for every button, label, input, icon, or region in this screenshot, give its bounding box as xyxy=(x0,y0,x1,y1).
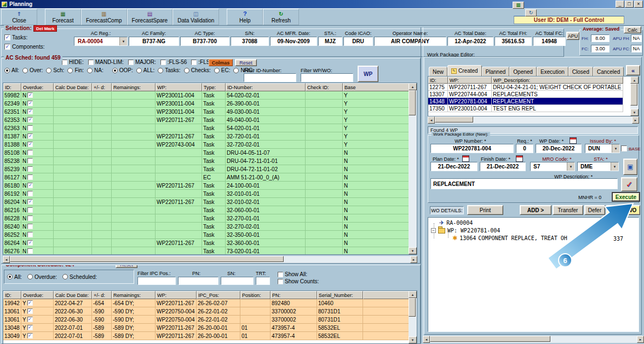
filter-id-input[interactable] xyxy=(244,73,296,82)
maximize-button[interactable]: □ xyxy=(625,1,634,8)
major-checkbox[interactable]: MAJOR: xyxy=(128,59,156,65)
hide-checkbox[interactable]: HIDE: xyxy=(62,59,84,65)
show-all-checkbox[interactable]: Show All: xyxy=(278,271,307,277)
req-field[interactable]: 0 xyxy=(516,144,533,153)
scroll-left-button[interactable]: ◄ xyxy=(423,336,430,343)
ac-sched-row[interactable]: 86240NTask32-270-02-01N xyxy=(3,223,417,231)
ac-reset-button[interactable]: Reset xyxy=(235,59,257,66)
tasks-checkbox[interactable]: ✓ Tasks: xyxy=(4,34,27,40)
ac-sched-row[interactable]: 85108NTaskDRU-04-05-11-07N xyxy=(3,149,417,157)
radio-fin[interactable]: Fin: xyxy=(67,67,84,73)
radio-group2-tasks[interactable]: Tasks: xyxy=(158,67,180,73)
column-header[interactable]: IPC_Pos: xyxy=(197,291,240,299)
forecastspare-button[interactable]: ▤ForecastSpare xyxy=(127,9,173,25)
ac-sched-row[interactable]: 62351N✓WP230011-004Task49-030-00-01Y xyxy=(3,108,417,116)
component-row[interactable]: 13049Y✓2022-07-01-589-589 DY;WP220711-26… xyxy=(3,332,417,340)
scroll-thumb[interactable] xyxy=(409,90,416,115)
refresh-button[interactable]: ↻Refresh xyxy=(263,9,299,25)
wp-list-row[interactable]: 14348WP220781-004REPLACEMENT xyxy=(428,98,639,105)
ac-sched-vertical-scrollbar[interactable]: ▲▼ xyxy=(409,83,417,254)
component-reset-button[interactable]: Reset xyxy=(116,265,137,268)
filter-trt-input[interactable] xyxy=(256,277,270,285)
add-button[interactable]: ADD > xyxy=(520,205,551,215)
radio-all[interactable]: All: xyxy=(4,67,19,73)
wp-list-vertical-scrollbar[interactable]: ▲▼ xyxy=(630,77,639,116)
tree-node-task[interactable]: ✱ 13064 COMPONENT REPLACE, TREAT OH xyxy=(452,235,567,242)
ac-sched-row[interactable]: 86192NTask32-010-01-01N xyxy=(3,190,417,198)
scroll-track[interactable] xyxy=(409,298,417,336)
ac-sched-row[interactable]: 86252NTask32-350-00-01N xyxy=(3,231,417,239)
ac-sched-row[interactable]: 86216NTask32-060-00-01N xyxy=(3,206,417,214)
filter-sn-input[interactable] xyxy=(221,277,254,285)
component-vertical-scrollbar[interactable]: ▲▼ xyxy=(409,291,417,343)
data-validation-button[interactable]: ◫Data Validation xyxy=(173,9,219,25)
print-button[interactable]: Print xyxy=(467,205,503,215)
dropdown-arrow-icon[interactable]: ▼ xyxy=(611,162,618,171)
wp-number-field[interactable]: WP220781-004 xyxy=(430,144,514,153)
column-header[interactable]: Remainings: xyxy=(112,291,156,299)
titlebar[interactable]: Planning ▦ ↻ _ □ × xyxy=(0,0,644,8)
tree-node-wp[interactable]: − WP: WP220781-004 xyxy=(431,227,500,234)
tab-execution[interactable]: Execution xyxy=(537,67,568,76)
column-header[interactable]: Position: xyxy=(240,291,271,299)
tab-created[interactable]: ✎Created xyxy=(447,65,482,76)
ac-sched-row[interactable]: 86127NECAMM 51-21-00_0_(A)N xyxy=(3,173,417,182)
minimize-button[interactable]: _ xyxy=(616,1,624,8)
column-header[interactable]: Calc Due Date: xyxy=(54,291,92,299)
filter-pn-input[interactable] xyxy=(178,277,219,285)
scroll-up-button[interactable]: ▲ xyxy=(630,77,639,84)
supp-wo-button[interactable]: SUPP. WO xyxy=(606,205,640,215)
wp-filter-button[interactable]: WP xyxy=(358,66,378,82)
tab-planned[interactable]: Planned xyxy=(482,67,510,76)
ac-sched-row[interactable]: 86264N✓WP220711-267Task32-360-00-01N xyxy=(3,239,417,247)
scroll-track[interactable] xyxy=(630,84,639,109)
transfer-button[interactable]: Transfer xyxy=(553,205,583,215)
ac-sched-row[interactable]: 62349N✓WP230011-004Task26-390-00-01Y xyxy=(3,100,417,108)
column-header[interactable]: Base xyxy=(343,83,410,91)
radio-over[interactable]: Over: xyxy=(22,67,43,73)
wp-list-horizontal-scrollbar[interactable]: ◄► xyxy=(428,116,639,124)
wp-list-row[interactable]: 17350WP230010-004TEST ENG REPL xyxy=(428,105,639,112)
scroll-track[interactable] xyxy=(435,116,632,124)
help-button[interactable]: ?Help xyxy=(227,9,263,25)
scroll-thumb[interactable] xyxy=(630,84,637,106)
radio-group2-oop[interactable]: OOP: xyxy=(112,67,133,73)
wp-list-row[interactable]: 13307WP220744-004REPLACEMENTS xyxy=(428,91,639,98)
column-header[interactable]: Serial_Number: xyxy=(317,291,363,299)
column-header[interactable]: PN: xyxy=(271,291,317,299)
radio-na[interactable]: NA: xyxy=(87,67,104,73)
radio-sch[interactable]: Sch: xyxy=(46,67,64,73)
close-window-button[interactable]: × xyxy=(634,1,643,8)
column-header[interactable]: ID: xyxy=(3,291,21,299)
scroll-up-button[interactable]: ▲ xyxy=(409,291,417,298)
radio-scheduled[interactable]: Scheduled: xyxy=(62,274,97,280)
component-row[interactable]: 13048Y✓2022-07-01-589-589 DY;WP220711-26… xyxy=(3,324,417,332)
ac-sched-row[interactable]: 86180N✓WP220711-267Task24-100-00-01N xyxy=(3,182,417,190)
column-header[interactable]: Check ID: xyxy=(306,83,343,91)
tab-canceled[interactable]: Canceled xyxy=(593,67,624,76)
components-checkbox[interactable]: ✓ Components: xyxy=(4,44,44,50)
tab-closed[interactable]: Closed xyxy=(568,67,593,76)
tab-opened[interactable]: Opened xyxy=(509,67,537,76)
base-checkbox[interactable] xyxy=(621,145,627,151)
issued-by-select[interactable]: DUN ▼ xyxy=(585,144,620,153)
wp-date-field[interactable]: 20-Dec-2022 xyxy=(536,144,582,153)
copy-button[interactable]: ▣ xyxy=(623,159,637,175)
column-header[interactable]: ID: xyxy=(3,83,21,91)
filter-wp-input[interactable] xyxy=(301,73,353,82)
scroll-track[interactable] xyxy=(430,336,637,343)
collapse-icon[interactable]: − xyxy=(431,228,436,233)
column-header[interactable]: +/- d: xyxy=(92,83,112,91)
finish-date-field[interactable]: 21-Dec-2022 xyxy=(480,162,526,171)
dropdown-arrow-icon[interactable]: ▼ xyxy=(567,162,574,171)
scroll-thumb[interactable] xyxy=(10,256,284,262)
scroll-right-button[interactable]: ► xyxy=(632,116,639,124)
ac-sched-row[interactable]: 62363NTask54-020-01-01Y xyxy=(3,124,417,132)
scroll-left-button[interactable]: ◄ xyxy=(3,256,10,263)
dropdown-arrow-icon[interactable]: ▼ xyxy=(612,144,619,153)
scroll-down-button[interactable]: ▼ xyxy=(409,336,417,343)
scroll-left-button[interactable]: ◄ xyxy=(428,116,435,124)
column-header[interactable]: Overdue: xyxy=(21,291,54,299)
column-header[interactable]: +/- d: xyxy=(92,291,112,299)
ac-sched-row[interactable]: 86228NTask32-270-01-01N xyxy=(3,214,417,223)
